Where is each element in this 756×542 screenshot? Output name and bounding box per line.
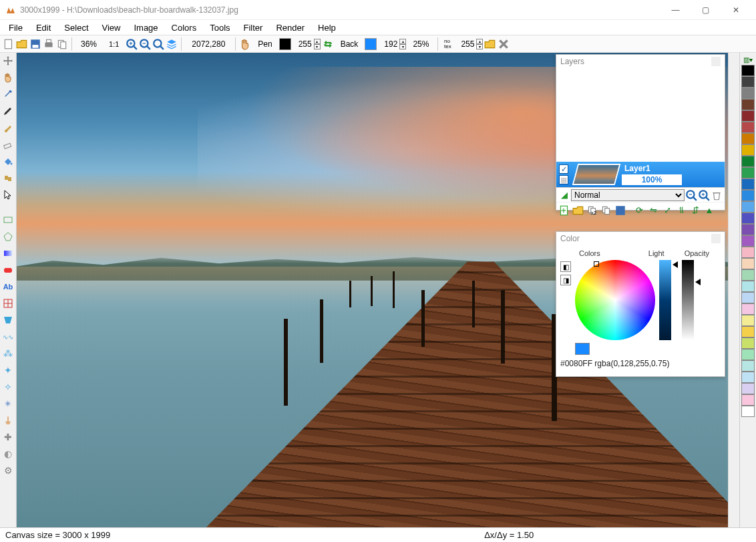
palette-swatch[interactable] <box>741 281 755 292</box>
new-file-icon[interactable] <box>3 38 15 50</box>
move-tool[interactable] <box>1 54 15 67</box>
palette-swatch[interactable] <box>741 99 755 110</box>
cursor-tool[interactable] <box>1 188 15 201</box>
pen-alpha-spinner[interactable]: ▴▾ <box>314 39 321 49</box>
eraser-tool[interactable] <box>1 138 15 151</box>
dodge-tool[interactable]: ◐ <box>1 447 15 460</box>
palette-swatch[interactable] <box>741 213 755 224</box>
darken-tool[interactable]: ✧ <box>1 380 15 394</box>
palette-swatch[interactable] <box>741 394 755 406</box>
palette-swatch[interactable] <box>741 235 755 247</box>
zoom-fit-button[interactable]: 1:1 <box>104 40 124 48</box>
menu-edit[interactable]: Edit <box>29 21 57 34</box>
layer-mirror-icon[interactable]: ⇵ <box>689 205 701 217</box>
heal-tool[interactable]: ✚ <box>1 430 15 444</box>
palette-swatch[interactable] <box>741 360 755 372</box>
layer-save-icon[interactable] <box>614 205 626 217</box>
palette-swatch[interactable] <box>741 88 755 99</box>
palette-swatch[interactable] <box>741 349 755 360</box>
layer-thumbnail[interactable] <box>572 164 621 185</box>
layers-panel-header[interactable]: Layers <box>556 55 725 68</box>
palette-swatch[interactable] <box>741 247 755 258</box>
shape-rect-tool[interactable] <box>1 213 15 227</box>
deform-tool[interactable] <box>1 313 15 327</box>
layer-lock-checkbox[interactable]: ▦ <box>559 175 568 184</box>
layer-fliph-icon[interactable]: ⇋ <box>647 205 659 217</box>
layers-icon[interactable] <box>166 38 178 50</box>
palette-swatch[interactable] <box>741 224 755 235</box>
palette-swatch[interactable] <box>741 292 755 303</box>
layer-open-icon[interactable] <box>572 205 584 217</box>
layer-row[interactable]: ✓ ▦ Layer1 100% <box>556 162 725 187</box>
cancel-icon[interactable] <box>498 38 510 50</box>
back-alpha-spinner[interactable]: ▴▾ <box>399 39 406 49</box>
shape-poly-tool[interactable] <box>1 230 15 243</box>
lightness-slider[interactable] <box>659 260 671 340</box>
menu-file[interactable]: File <box>2 21 29 34</box>
text-alpha[interactable]: 255 <box>455 39 475 49</box>
menu-help[interactable]: Help <box>311 21 343 34</box>
gradient-tool[interactable] <box>1 247 15 260</box>
pen-alpha[interactable]: 255 <box>293 39 313 49</box>
menu-colors[interactable]: Colors <box>165 21 204 34</box>
grid-tool[interactable] <box>1 297 15 310</box>
zoom-in-icon[interactable] <box>126 38 138 50</box>
layer-zoom-out-icon[interactable] <box>685 189 697 201</box>
palette-swatch[interactable] <box>741 303 755 315</box>
blend-mode-select[interactable]: Normal <box>571 189 685 201</box>
layers-close-button[interactable] <box>711 57 721 66</box>
zoom-value[interactable]: 36% <box>75 39 102 49</box>
layer-opacity[interactable]: 100% <box>622 174 682 185</box>
swap-colors-icon[interactable] <box>322 38 334 50</box>
pencil-tool[interactable] <box>1 104 15 118</box>
hand-icon[interactable] <box>239 38 251 50</box>
folder-icon[interactable] <box>484 38 496 50</box>
droplet-icon[interactable]: ◢ <box>558 189 570 201</box>
menu-render[interactable]: Render <box>269 21 311 34</box>
blur-tool[interactable]: ∿∿ <box>1 330 15 344</box>
layer-resize-icon[interactable]: ⤢ <box>661 205 673 217</box>
palette-swatch[interactable] <box>741 76 755 88</box>
layer-new-icon[interactable] <box>558 205 570 217</box>
layer-merge-icon[interactable] <box>600 205 612 217</box>
menu-select[interactable]: Select <box>57 21 95 34</box>
layer-visible-checkbox[interactable]: ✓ <box>559 164 568 174</box>
palette-swatch[interactable] <box>741 372 755 383</box>
layer-dup-icon[interactable]: x2 <box>586 205 598 217</box>
zoom-actual-icon[interactable] <box>152 38 164 50</box>
opacity-slider[interactable] <box>682 260 694 340</box>
color-panel-header[interactable]: Color <box>556 232 725 245</box>
layer-name[interactable]: Layer1 <box>622 164 722 173</box>
palette-swatch[interactable] <box>741 201 755 213</box>
finger-tool[interactable] <box>1 414 15 427</box>
copy-icon[interactable] <box>56 38 68 50</box>
print-icon[interactable] <box>43 38 55 50</box>
notex-icon[interactable]: notex <box>441 38 453 50</box>
picker-mode-1-icon[interactable]: ◧ <box>560 261 571 272</box>
brush-tool[interactable] <box>1 121 15 134</box>
color-swatch-tool[interactable] <box>1 263 15 277</box>
lighten-tool[interactable]: ✦ <box>1 364 15 377</box>
palette-swatch[interactable] <box>741 110 755 122</box>
text-tool[interactable]: Ab <box>1 280 15 293</box>
color-wheel-cursor[interactable] <box>594 261 599 267</box>
layer-up-icon[interactable]: ▲ <box>703 205 715 217</box>
clone-tool[interactable] <box>1 171 15 184</box>
smudge-tool[interactable]: ⁂ <box>1 347 15 360</box>
opacity-value[interactable]: 25% <box>407 39 434 49</box>
current-color-swatch[interactable] <box>575 343 590 355</box>
open-file-icon[interactable] <box>16 38 28 50</box>
color-panel[interactable]: Color Colors Light Opacity ◧ ◨ <box>556 231 725 377</box>
menu-view[interactable]: View <box>96 21 128 34</box>
palette-swatch[interactable] <box>741 406 755 417</box>
menu-image[interactable]: Image <box>127 21 164 34</box>
layers-panel[interactable]: Layers ✓ ▦ Layer1 100% ◢ Normal x2 ⟳ ⇋ <box>556 54 725 211</box>
palette-swatch[interactable] <box>741 383 755 394</box>
palette-swatch[interactable] <box>741 167 755 178</box>
save-file-icon[interactable] <box>29 38 41 50</box>
back-alpha[interactable]: 192 <box>378 39 398 49</box>
menu-filter[interactable]: Filter <box>237 21 270 34</box>
eyedropper-tool[interactable] <box>1 88 15 101</box>
palette-swatch[interactable] <box>741 144 755 156</box>
layer-zoom-in-icon[interactable] <box>698 189 710 201</box>
